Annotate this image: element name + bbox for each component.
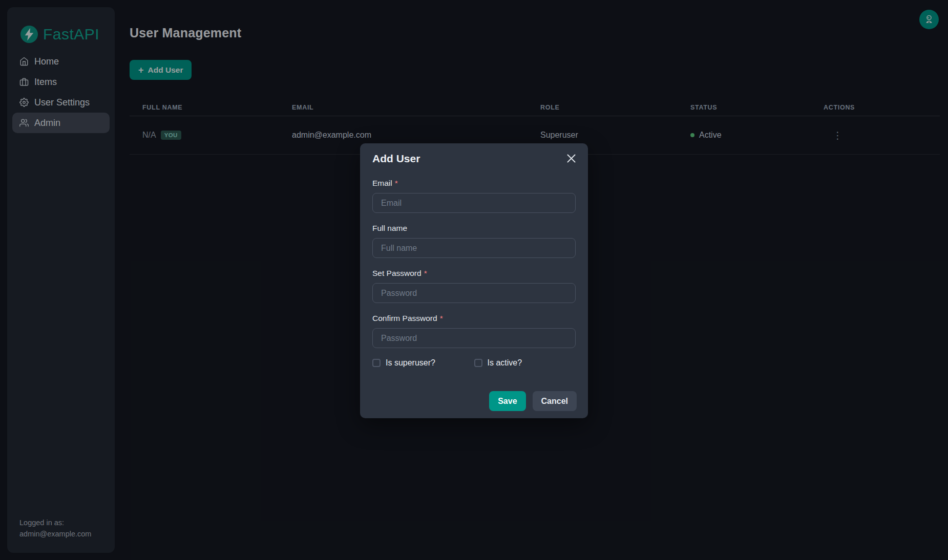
modal-header: Add User bbox=[360, 143, 588, 165]
save-button[interactable]: Save bbox=[489, 391, 525, 411]
email-field-group: Email * bbox=[372, 179, 576, 213]
checkbox-row: Is superuser? Is active? bbox=[372, 358, 576, 368]
modal-title: Add User bbox=[372, 153, 576, 165]
close-button[interactable] bbox=[564, 151, 578, 165]
set-password-field-group: Set Password * bbox=[372, 269, 576, 303]
checkbox-is-superuser[interactable]: Is superuser? bbox=[372, 358, 474, 368]
confirm-password-field-label: Confirm Password * bbox=[372, 314, 576, 323]
add-user-form: Email * Full name Set Password * Confirm… bbox=[360, 165, 588, 368]
checkbox-box-icon bbox=[372, 359, 381, 367]
email-field-label: Email * bbox=[372, 179, 576, 188]
close-icon bbox=[567, 154, 576, 163]
full-name-field[interactable] bbox=[372, 238, 576, 258]
set-password-field[interactable] bbox=[372, 283, 576, 303]
required-asterisk: * bbox=[440, 314, 443, 323]
modal-footer: Save Cancel bbox=[489, 391, 577, 411]
required-asterisk: * bbox=[424, 269, 427, 278]
checkbox-is-active[interactable]: Is active? bbox=[474, 358, 576, 368]
add-user-modal: Add User Email * Full name Set Password … bbox=[360, 143, 588, 418]
confirm-password-field[interactable] bbox=[372, 328, 576, 348]
set-password-field-label: Set Password * bbox=[372, 269, 576, 278]
checkbox-box-icon bbox=[474, 359, 482, 367]
full-name-field-group: Full name bbox=[372, 224, 576, 258]
cancel-button[interactable]: Cancel bbox=[533, 391, 577, 411]
email-field[interactable] bbox=[372, 193, 576, 213]
confirm-password-field-group: Confirm Password * bbox=[372, 314, 576, 348]
required-asterisk: * bbox=[395, 179, 398, 188]
full-name-field-label: Full name bbox=[372, 224, 576, 233]
